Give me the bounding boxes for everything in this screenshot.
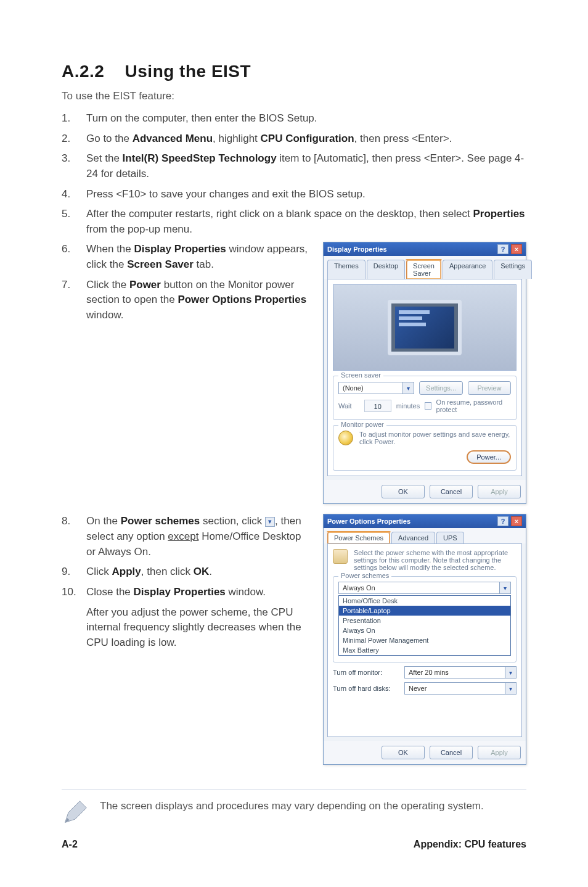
note-block: The screen displays and procedures may v… xyxy=(62,790,526,826)
power-scheme-select[interactable]: Always On ▾ xyxy=(338,582,511,594)
heading-number: A.2.2 xyxy=(62,62,104,81)
page-number: A-2 xyxy=(62,839,78,850)
close-icon[interactable]: × xyxy=(511,244,522,254)
turnoff-hd-value: Never xyxy=(405,685,505,692)
step-number: 5. xyxy=(62,207,86,237)
scheme-option[interactable]: Always On xyxy=(339,625,510,635)
wait-label: Wait xyxy=(338,402,359,410)
display-properties-dialog: Display Properties ? × ThemesDesktopScre… xyxy=(323,242,526,504)
chevron-down-icon[interactable]: ▾ xyxy=(499,582,510,593)
post-steps-text: After you adjust the power scheme, the C… xyxy=(62,605,313,651)
resume-checkbox[interactable] xyxy=(425,402,431,410)
scheme-option[interactable]: Minimal Power Management xyxy=(339,635,510,645)
screensaver-group-legend: Screen saver xyxy=(338,371,383,379)
step-text: Set the Intel(R) SpeedStep Technology it… xyxy=(86,151,526,181)
monitor-power-text: To adjust monitor power settings and sav… xyxy=(359,431,511,445)
step-number: 6. xyxy=(62,242,86,272)
turnoff-hd-label: Turn off hard disks: xyxy=(333,685,401,692)
step-item: 4.Press <F10> to save your changes and e… xyxy=(62,187,526,202)
power-scheme-dropdown[interactable]: Home/Office DeskPortable/LaptopPresentat… xyxy=(338,595,511,656)
step-number: 9. xyxy=(62,564,86,580)
step-number: 8. xyxy=(62,514,86,559)
apply-button[interactable]: Apply xyxy=(478,746,521,759)
tab-desktop[interactable]: Desktop xyxy=(367,260,405,279)
dialog-title: Display Properties xyxy=(327,245,387,253)
power-button[interactable]: Power... xyxy=(467,450,511,464)
screensaver-preview-button[interactable]: Preview xyxy=(468,381,511,395)
tab-screen-saver[interactable]: Screen Saver xyxy=(406,260,441,279)
step-item: 10.Close the Display Properties window. xyxy=(62,585,313,600)
screensaver-select-value: (None) xyxy=(339,384,402,392)
resume-label: On resume, password protect xyxy=(436,398,511,413)
turnoff-monitor-select[interactable]: After 20 mins ▾ xyxy=(404,666,517,679)
chevron-down-icon[interactable]: ▾ xyxy=(505,683,516,694)
note-text: The screen displays and procedures may v… xyxy=(100,799,484,814)
chevron-down-icon[interactable]: ▾ xyxy=(505,667,516,678)
step-item: 3.Set the Intel(R) SpeedStep Technology … xyxy=(62,151,526,181)
step-item: 1.Turn on the computer, then enter the B… xyxy=(62,111,526,126)
step-number: 7. xyxy=(62,278,86,323)
screensaver-preview xyxy=(333,284,517,371)
monitor-power-legend: Monitor power xyxy=(338,421,386,428)
power-scheme-value: Always On xyxy=(339,584,499,592)
step-text: After the computer restarts, right click… xyxy=(86,207,526,237)
heading-title: Using the EIST xyxy=(125,62,251,81)
dialog-title: Power Options Properties xyxy=(327,518,410,525)
step-number: 1. xyxy=(62,111,86,126)
section-heading: A.2.2 Using the EIST xyxy=(62,62,526,81)
turnoff-monitor-value: After 20 mins xyxy=(405,669,505,676)
wait-suffix: minutes xyxy=(396,402,420,410)
tab-themes[interactable]: Themes xyxy=(327,260,365,279)
tab-ups[interactable]: UPS xyxy=(436,532,464,543)
step-text: Press <F10> to save your changes and exi… xyxy=(86,187,526,202)
step-text: When the Display Properties window appea… xyxy=(86,242,313,272)
step-number: 4. xyxy=(62,187,86,202)
power-schemes-legend: Power schemes xyxy=(338,572,391,579)
screensaver-settings-button[interactable]: Settings... xyxy=(419,381,463,395)
help-icon[interactable]: ? xyxy=(497,244,508,254)
close-icon[interactable]: × xyxy=(511,516,522,526)
scheme-option[interactable]: Presentation xyxy=(339,616,510,625)
tab-power-schemes[interactable]: Power Schemes xyxy=(327,532,390,543)
power-schemes-desc: Select the power scheme with the most ap… xyxy=(354,549,517,571)
step-item: 5.After the computer restarts, right cli… xyxy=(62,207,526,237)
step-item: 7.Click the Power button on the Monitor … xyxy=(62,278,313,323)
apply-button[interactable]: Apply xyxy=(478,485,521,498)
step-item: 2.Go to the Advanced Menu, highlight CPU… xyxy=(62,131,526,147)
step-text: On the Power schemes section, click ▾, t… xyxy=(86,514,313,559)
step-number: 2. xyxy=(62,131,86,147)
page-footer: A-2 Appendix: CPU features xyxy=(62,839,526,850)
cancel-button[interactable]: Cancel xyxy=(430,485,473,498)
chapter-label: Appendix: CPU features xyxy=(414,839,526,850)
step-text: Click Apply, then click OK. xyxy=(86,564,313,580)
steps-list-top: 1.Turn on the computer, then enter the B… xyxy=(62,111,526,237)
screensaver-select[interactable]: (None) ▾ xyxy=(338,382,414,394)
pencil-icon xyxy=(62,799,89,826)
step-text: Turn on the computer, then enter the BIO… xyxy=(86,111,526,126)
dropdown-arrow-icon: ▾ xyxy=(265,517,275,527)
tab-advanced[interactable]: Advanced xyxy=(391,532,435,543)
scheme-option[interactable]: Portable/Laptop xyxy=(339,606,510,616)
intro-text: To use the EIST feature: xyxy=(62,90,526,102)
turnoff-hd-select[interactable]: Never ▾ xyxy=(404,682,517,695)
help-icon[interactable]: ? xyxy=(497,516,508,526)
step-number: 10. xyxy=(62,585,86,600)
step-item: 6.When the Display Properties window app… xyxy=(62,242,313,272)
energy-icon xyxy=(338,431,353,445)
step-item: 9.Click Apply, then click OK. xyxy=(62,564,313,580)
cancel-button[interactable]: Cancel xyxy=(430,746,473,759)
tab-strip: Power SchemesAdvancedUPS xyxy=(324,528,526,543)
steps-list-low: 8.On the Power schemes section, click ▾,… xyxy=(62,514,313,600)
step-text: Click the Power button on the Monitor po… xyxy=(86,278,313,323)
step-item: 8.On the Power schemes section, click ▾,… xyxy=(62,514,313,559)
ok-button[interactable]: OK xyxy=(382,485,425,498)
tab-strip: ThemesDesktopScreen SaverAppearanceSetti… xyxy=(324,256,526,279)
chevron-down-icon[interactable]: ▾ xyxy=(402,382,414,394)
step-text: Go to the Advanced Menu, highlight CPU C… xyxy=(86,131,526,147)
tab-settings[interactable]: Settings xyxy=(494,260,532,279)
scheme-option[interactable]: Home/Office Desk xyxy=(339,596,510,606)
scheme-option[interactable]: Max Battery xyxy=(339,645,510,655)
ok-button[interactable]: OK xyxy=(382,746,425,759)
wait-value[interactable]: 10 xyxy=(364,400,391,412)
tab-appearance[interactable]: Appearance xyxy=(443,260,492,279)
